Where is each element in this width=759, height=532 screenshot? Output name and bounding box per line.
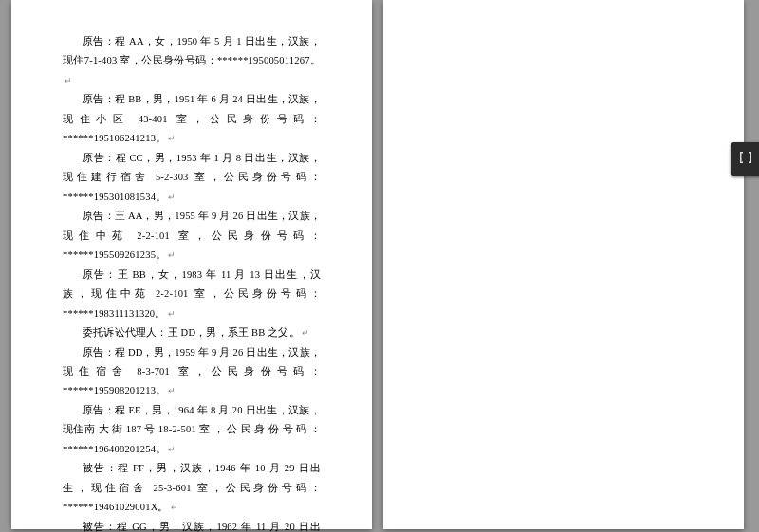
paragraph: 委托诉讼代理人：王 DD，男，系王 BB 之父。↵ bbox=[63, 323, 321, 342]
document-workspace: 原告：程 AA，女，1950 年 5 月 1 日出生，汉族，现住7-1-403 … bbox=[0, 0, 759, 532]
paragraph-mark: ↵ bbox=[168, 309, 176, 319]
paragraph: 原告：程 DD，男，1959 年 9 月 26 日出生，汉族，现住宿舍 8-3-… bbox=[63, 343, 321, 401]
paragraph-text: 原告：程 AA，女，1950 年 5 月 1 日出生，汉族，现住7-1-403 … bbox=[63, 36, 321, 65]
paragraph-mark: ↵ bbox=[65, 76, 72, 85]
paragraph: 原告：程 EE，男，1964 年 8 月 20 日出生，汉族，现住南 大 街 1… bbox=[63, 401, 321, 459]
paragraph-text: 被告：程 GG，男，汉族，1962 年 11 月 20 日出生，现住小区 2-2… bbox=[63, 522, 321, 532]
paragraph: 原告：王 AA，男，1955 年 9 月 26 日出生，汉族，现住中苑 2-2-… bbox=[63, 207, 321, 265]
paragraph-text: 被告：程 FF，男，汉族，1946 年 10 月 29 日出生，现住宿舍 25-… bbox=[63, 463, 321, 512]
paragraph-mark: ↵ bbox=[168, 445, 176, 454]
paragraph-mark: ↵ bbox=[168, 250, 176, 260]
paragraph-text: 原告：程 DD，男，1959 年 9 月 26 日出生，汉族，现住宿舍 8-3-… bbox=[63, 347, 321, 396]
paragraph-text: 原告：王 AA，男，1955 年 9 月 26 日出生，汉族，现住中苑 2-2-… bbox=[63, 211, 321, 260]
paragraph-mark: ↵ bbox=[171, 503, 178, 512]
paragraph: 被告：程 GG，男，汉族，1962 年 11 月 20 日出生，现住小区 2-2… bbox=[63, 518, 321, 532]
paragraph-text: 原告：程 CC，男，1953 年 1 月 8 日出生，汉族，现住建行宿舍 5-2… bbox=[63, 153, 321, 202]
side-tool-tab[interactable] bbox=[731, 142, 759, 176]
page-2 bbox=[383, 0, 744, 529]
page-2-content bbox=[383, 0, 744, 61]
paragraph-mark: ↵ bbox=[302, 328, 309, 338]
paragraph: 原告：程 AA，女，1950 年 5 月 1 日出生，汉族，现住7-1-403 … bbox=[63, 32, 321, 90]
paragraph-text: 原告：王 BB，女，1983 年 11 月 13 日出生，汉族，现住中苑 2-2… bbox=[63, 269, 321, 319]
paragraph-text: 原告：程 EE，男，1964 年 8 月 20 日出生，汉族，现住南 大 街 1… bbox=[63, 405, 321, 454]
paragraph-mark: ↵ bbox=[168, 193, 176, 202]
brackets-icon bbox=[737, 149, 754, 170]
paragraph-mark: ↵ bbox=[168, 134, 176, 143]
page-1-content: 原告：程 AA，女，1950 年 5 月 1 日出生，汉族，现住7-1-403 … bbox=[11, 0, 372, 532]
paragraph-text: 委托诉讼代理人：王 DD，男，系王 BB 之父。 bbox=[83, 327, 300, 338]
paragraph-mark: ↵ bbox=[168, 386, 176, 395]
paragraph: 被告：程 FF，男，汉族，1946 年 10 月 29 日出生，现住宿舍 25-… bbox=[63, 459, 321, 517]
paragraph: 原告：王 BB，女，1983 年 11 月 13 日出生，汉族，现住中苑 2-2… bbox=[63, 266, 321, 323]
paragraph-text: 原告：程 BB，男，1951 年 6 月 24 日出生，汉族，现住小区 43-4… bbox=[63, 94, 321, 143]
page-1: 原告：程 AA，女，1950 年 5 月 1 日出生，汉族，现住7-1-403 … bbox=[11, 0, 372, 529]
paragraph: 原告：程 CC，男，1953 年 1 月 8 日出生，汉族，现住建行宿舍 5-2… bbox=[63, 149, 321, 207]
paragraph: 原告：程 BB，男，1951 年 6 月 24 日出生，汉族，现住小区 43-4… bbox=[63, 90, 321, 148]
